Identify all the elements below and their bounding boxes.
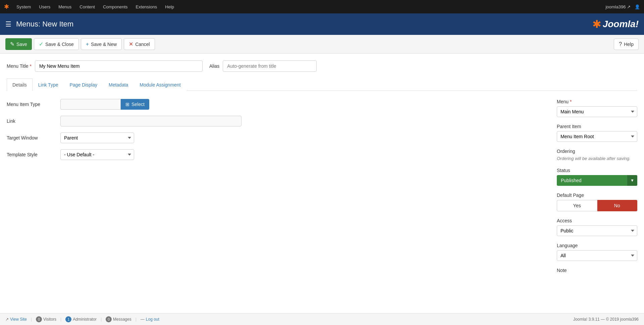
tab-page-display[interactable]: Page Display xyxy=(64,78,103,91)
language-select[interactable]: All xyxy=(557,250,637,261)
template-style-control: - Use Default - xyxy=(60,149,547,160)
menu-title-label: Menu Title xyxy=(7,63,32,69)
menu-item-type-row: Menu Item Type ⊞ Select xyxy=(7,99,547,110)
view-site-icon: ↗ xyxy=(5,317,9,322)
status-label: Status xyxy=(557,168,637,173)
footer-version: Joomla! 3.9.11 — © 2019 joomla396 xyxy=(573,317,639,322)
user-icon: 👤 xyxy=(635,4,640,9)
nav-menus[interactable]: Menus xyxy=(55,0,75,13)
logout-icon: — xyxy=(141,317,145,322)
nav-users[interactable]: Users xyxy=(36,0,54,13)
default-page-toggle: Yes No xyxy=(557,200,637,211)
access-select[interactable]: Public xyxy=(557,225,637,236)
visitors-badge: 0 xyxy=(36,316,42,322)
save-close-button[interactable]: ✓ Save & Close xyxy=(34,38,79,50)
tab-bar: Details Link Type Page Display Metadata … xyxy=(7,78,637,91)
default-page-group: Default Page Yes No xyxy=(557,193,637,211)
view-site-item: ↗ View Site xyxy=(5,317,27,322)
access-group: Access Public xyxy=(557,218,637,236)
alias-label: Alias xyxy=(209,63,219,69)
hamburger-icon[interactable]: ☰ xyxy=(5,20,11,28)
status-select-wrapper: Published ▼ xyxy=(557,175,637,186)
help-icon: ? xyxy=(619,41,622,47)
footer-left: ↗ View Site | 0 Visitors | 1 Administrat… xyxy=(5,316,159,322)
language-label: Language xyxy=(557,243,637,248)
target-window-label: Target Window xyxy=(7,132,60,141)
sidebar-panel: Menu Main Menu Parent Item Menu Item Roo… xyxy=(557,99,637,280)
ordering-label: Ordering xyxy=(557,149,637,154)
note-group: Note xyxy=(557,268,637,273)
joomla-logo-text: Joomla! xyxy=(603,19,639,30)
menu-item-type-control: ⊞ Select xyxy=(60,99,547,110)
save-icon: ✎ xyxy=(10,41,14,47)
language-group: Language All xyxy=(557,243,637,261)
tab-link-type[interactable]: Link Type xyxy=(33,78,64,91)
footer: ↗ View Site | 0 Visitors | 1 Administrat… xyxy=(0,313,644,325)
save-button[interactable]: ✎ Save xyxy=(5,38,32,50)
link-input[interactable] xyxy=(60,116,241,126)
template-style-label: Template Style xyxy=(7,149,60,157)
logout-link[interactable]: Log out xyxy=(146,317,159,322)
menu-item-type-label: Menu Item Type xyxy=(7,99,60,107)
header-bar: ☰ Menus: New Item ✱ Joomla! xyxy=(0,13,644,35)
nav-extensions[interactable]: Extensions xyxy=(132,0,161,13)
joomla-small-icon: ✱ xyxy=(4,3,9,10)
template-style-row: Template Style - Use Default - xyxy=(7,149,547,160)
menu-title-input[interactable] xyxy=(35,60,203,72)
nav-content[interactable]: Content xyxy=(76,0,98,13)
status-group: Status Published ▼ xyxy=(557,168,637,186)
link-label: Link xyxy=(7,116,60,124)
tab-details[interactable]: Details xyxy=(7,78,33,91)
link-row: Link xyxy=(7,116,547,126)
default-page-yes[interactable]: Yes xyxy=(557,200,597,211)
tab-module-assignment[interactable]: Module Assignment xyxy=(134,78,186,91)
menu-select[interactable]: Main Menu xyxy=(557,106,637,117)
parent-item-label: Parent Item xyxy=(557,124,637,129)
logout-item: — Log out xyxy=(141,317,159,322)
admin-label: Administrator xyxy=(73,317,97,322)
joomla-logo: ✱ Joomla! xyxy=(592,18,639,31)
joomla-logo-star-icon: ✱ xyxy=(592,18,601,31)
help-button[interactable]: ? Help xyxy=(614,39,639,50)
nav-system[interactable]: System xyxy=(13,0,34,13)
cancel-button[interactable]: ✕ Cancel xyxy=(124,38,155,50)
messages-label: Messages xyxy=(113,317,131,322)
alias-input[interactable] xyxy=(223,60,317,72)
admin-badge: 1 xyxy=(65,316,71,322)
template-style-select[interactable]: - Use Default - xyxy=(60,149,134,160)
parent-item-group: Parent Item Menu Item Root xyxy=(557,124,637,142)
nav-components[interactable]: Components xyxy=(100,0,131,13)
default-page-label: Default Page xyxy=(557,193,637,198)
tab-metadata[interactable]: Metadata xyxy=(103,78,134,91)
nav-help[interactable]: Help xyxy=(162,0,177,13)
target-window-select[interactable]: Parent xyxy=(60,132,134,143)
ordering-text: Ordering will be available after saving. xyxy=(557,156,637,161)
admin-item: 1 Administrator xyxy=(65,316,97,322)
access-label: Access xyxy=(557,218,637,223)
save-new-button[interactable]: + Save & New xyxy=(81,38,122,50)
default-page-no[interactable]: No xyxy=(597,200,638,211)
menu-sidebar-label: Menu xyxy=(557,99,637,104)
footer-sep-3: | xyxy=(101,317,102,322)
view-site-link[interactable]: View Site xyxy=(10,317,27,322)
menu-group: Menu Main Menu xyxy=(557,99,637,117)
page-title: Menus: New Item xyxy=(16,20,73,29)
cancel-icon: ✕ xyxy=(129,41,133,47)
footer-sep-2: | xyxy=(60,317,61,322)
target-window-row: Target Window Parent xyxy=(7,132,547,143)
status-select[interactable]: Published xyxy=(557,175,637,186)
menu-item-type-input xyxy=(60,99,121,110)
top-navigation: ✱ System Users Menus Content Components … xyxy=(0,0,644,13)
form-header: Menu Title Alias xyxy=(7,60,637,72)
parent-item-select[interactable]: Menu Item Root xyxy=(557,131,637,142)
user-link[interactable]: joomla396 ↗ xyxy=(605,4,631,9)
note-label: Note xyxy=(557,268,637,273)
main-content: Menu Title Alias Details Link Type Page … xyxy=(0,54,644,325)
target-window-control: Parent xyxy=(60,132,547,143)
link-control xyxy=(60,116,547,126)
visitors-label: Visitors xyxy=(43,317,56,322)
select-menu-item-type-button[interactable]: ⊞ Select xyxy=(121,99,149,110)
grid-icon: ⊞ xyxy=(125,102,129,107)
check-icon: ✓ xyxy=(39,41,43,47)
footer-sep-4: | xyxy=(136,317,137,322)
